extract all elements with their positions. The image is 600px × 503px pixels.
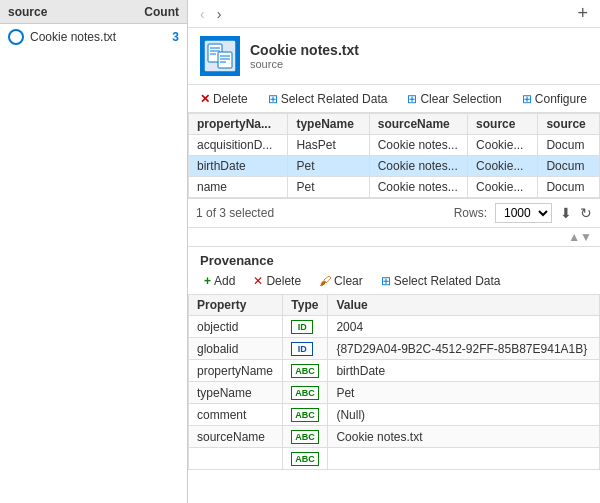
prov-type: ABC (283, 426, 328, 448)
delete-button[interactable]: ✕ Delete (196, 90, 252, 108)
type-badge: ABC (291, 408, 319, 422)
prov-value: {87D29A04-9B2C-4512-92FF-85B87E941A1B} (328, 338, 600, 360)
rows-selector[interactable]: 1000 500 100 (495, 203, 552, 223)
col-source2: source (538, 114, 600, 135)
refresh-button[interactable]: ↻ (580, 205, 592, 221)
col-source: source (468, 114, 538, 135)
cell-source2: Docum (538, 156, 600, 177)
configure-button[interactable]: ⊞ Configure (518, 90, 591, 108)
configure-icon: ⊞ (522, 92, 532, 106)
table-footer: 1 of 3 selected Rows: 1000 500 100 ⬇ ↻ (188, 199, 600, 228)
entity-header: Cookie notes.txt source (188, 28, 600, 85)
prov-value: Cookie notes.txt (328, 426, 600, 448)
prov-clear-button[interactable]: 🖌 Clear (315, 272, 367, 290)
right-panel: ‹ › + Cookie notes.txt source ✕ (188, 0, 600, 503)
cell-property-name: birthDate (189, 156, 288, 177)
cell-source-name: Cookie notes... (369, 135, 467, 156)
prov-delete-label: Delete (266, 274, 301, 288)
left-panel-count-header: Count (144, 5, 179, 19)
svg-rect-5 (218, 52, 232, 68)
prov-table-row[interactable]: propertyName ABC birthDate (189, 360, 600, 382)
prov-table-row[interactable]: comment ABC (Null) (189, 404, 600, 426)
prov-col-type: Type (283, 295, 328, 316)
delete-label: Delete (213, 92, 248, 106)
selection-count: 1 of 3 selected (196, 206, 274, 220)
prov-table-row[interactable]: sourceName ABC Cookie notes.txt (189, 426, 600, 448)
prov-type: ABC (283, 382, 328, 404)
prov-property (189, 448, 283, 470)
prov-select-related-label: Select Related Data (394, 274, 501, 288)
prov-select-related-button[interactable]: ⊞ Select Related Data (377, 272, 505, 290)
cell-property-name: name (189, 177, 288, 198)
select-related-button[interactable]: ⊞ Select Related Data (264, 90, 392, 108)
provenance-section: Provenance + Add ✕ Delete 🖌 Clear ⊞ Sele… (188, 247, 600, 503)
prov-table-row[interactable]: ABC (189, 448, 600, 470)
circle-icon (8, 29, 24, 45)
type-badge: ABC (291, 430, 319, 444)
left-panel-title: source (8, 5, 47, 19)
sort-arrows-row: ▲ ▼ (188, 228, 600, 247)
item-count: 3 (172, 30, 179, 44)
prov-table-container: Property Type Value objectid ID 2004 glo… (188, 294, 600, 503)
back-button[interactable]: ‹ (196, 4, 209, 24)
prov-clear-icon: 🖌 (319, 274, 331, 288)
prov-delete-icon: ✕ (253, 274, 263, 288)
cell-source2: Docum (538, 135, 600, 156)
cell-property-name: acquisitionD... (189, 135, 288, 156)
prov-type: ABC (283, 360, 328, 382)
prov-property: sourceName (189, 426, 283, 448)
provenance-toolbar: + Add ✕ Delete 🖌 Clear ⊞ Select Related … (188, 270, 600, 294)
forward-button[interactable]: › (213, 4, 226, 24)
action-toolbar: ✕ Delete ⊞ Select Related Data ⊞ Clear S… (188, 85, 600, 113)
sort-up-icon: ▲ (568, 230, 580, 244)
table-row[interactable]: name Pet Cookie notes... Cookie... Docum (189, 177, 600, 198)
plus-icon: + (204, 274, 211, 288)
type-badge: ID (291, 342, 313, 356)
prov-table-row[interactable]: objectid ID 2004 (189, 316, 600, 338)
clear-selection-button[interactable]: ⊞ Clear Selection (403, 90, 505, 108)
prov-type: ID (283, 338, 328, 360)
cell-source: Cookie... (468, 135, 538, 156)
prov-property: comment (189, 404, 283, 426)
entity-icon (200, 36, 240, 76)
col-source-name: sourceName (369, 114, 467, 135)
cell-type-name: Pet (288, 156, 369, 177)
cell-source: Cookie... (468, 177, 538, 198)
add-tab-button[interactable]: + (573, 3, 592, 24)
prov-add-button[interactable]: + Add (200, 272, 239, 290)
prov-property: propertyName (189, 360, 283, 382)
table-row[interactable]: birthDate Pet Cookie notes... Cookie... … (189, 156, 600, 177)
prov-table-row[interactable]: typeName ABC Pet (189, 382, 600, 404)
item-name: Cookie notes.txt (30, 30, 166, 44)
left-panel: source Count Cookie notes.txt 3 (0, 0, 188, 503)
prov-value: (Null) (328, 404, 600, 426)
entity-name: Cookie notes.txt (250, 42, 359, 58)
cell-type-name: Pet (288, 177, 369, 198)
provenance-title: Provenance (188, 247, 600, 270)
prov-table-row[interactable]: globalid ID {87D29A04-9B2C-4512-92FF-85B… (189, 338, 600, 360)
rows-label: Rows: (454, 206, 487, 220)
prov-value: 2004 (328, 316, 600, 338)
prov-value: birthDate (328, 360, 600, 382)
prov-delete-button[interactable]: ✕ Delete (249, 272, 305, 290)
prov-table: Property Type Value objectid ID 2004 glo… (188, 294, 600, 470)
prov-type: ABC (283, 448, 328, 470)
prov-col-value: Value (328, 295, 600, 316)
prov-property: typeName (189, 382, 283, 404)
prov-type: ABC (283, 404, 328, 426)
entity-info: Cookie notes.txt source (250, 42, 359, 70)
download-button[interactable]: ⬇ (560, 205, 572, 221)
type-badge: ABC (291, 386, 319, 400)
type-badge: ID (291, 320, 313, 334)
col-type-name: typeName (288, 114, 369, 135)
left-panel-item[interactable]: Cookie notes.txt 3 (0, 24, 187, 50)
data-table-container: propertyNa... typeName sourceName source… (188, 113, 600, 199)
top-nav: ‹ › + (188, 0, 600, 28)
table-row[interactable]: acquisitionD... HasPet Cookie notes... C… (189, 135, 600, 156)
prov-property: globalid (189, 338, 283, 360)
clear-selection-icon: ⊞ (407, 92, 417, 106)
select-related-icon: ⊞ (268, 92, 278, 106)
cell-source: Cookie... (468, 156, 538, 177)
prov-clear-label: Clear (334, 274, 363, 288)
select-related-label: Select Related Data (281, 92, 388, 106)
